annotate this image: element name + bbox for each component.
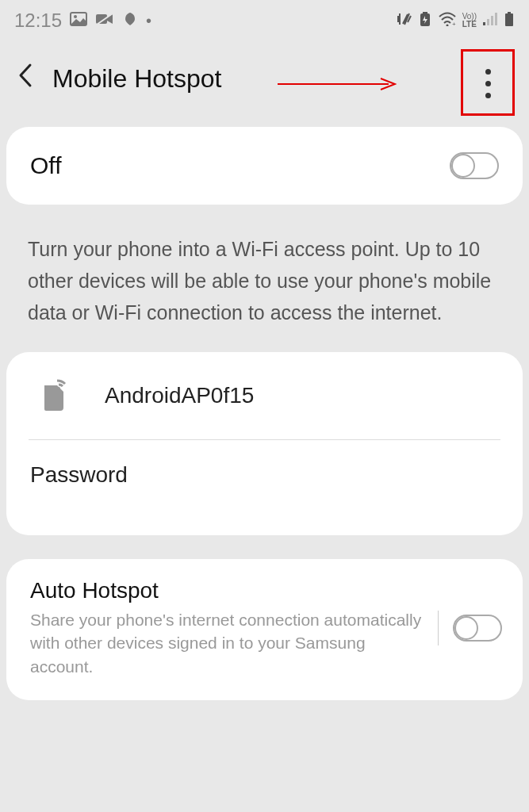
header: Mobile Hotspot bbox=[0, 38, 529, 127]
hotspot-state-label: Off bbox=[30, 152, 61, 179]
video-off-icon bbox=[95, 12, 114, 29]
volte-icon: Vo)) LTE bbox=[462, 13, 477, 29]
hotspot-description: Turn your phone into a Wi-Fi access poin… bbox=[0, 225, 529, 352]
battery-icon bbox=[504, 11, 515, 30]
image-icon bbox=[70, 12, 87, 29]
auto-hotspot-controls bbox=[438, 611, 502, 645]
hotspot-toggle-switch[interactable] bbox=[450, 152, 499, 179]
annotation-arrow bbox=[278, 76, 397, 92]
vertical-divider bbox=[438, 611, 439, 645]
hotspot-icon bbox=[38, 379, 71, 412]
more-dot-icon bbox=[485, 69, 491, 75]
svg-rect-13 bbox=[508, 12, 511, 14]
svg-point-6 bbox=[446, 25, 448, 27]
status-left: 12:15 • bbox=[14, 10, 151, 32]
wifi-icon: + bbox=[438, 12, 457, 29]
dot-icon: • bbox=[146, 12, 151, 30]
more-options-button[interactable] bbox=[469, 59, 507, 108]
svg-rect-9 bbox=[487, 19, 489, 25]
auto-hotspot-card: Auto Hotspot Share your phone's internet… bbox=[6, 559, 523, 700]
switch-knob-icon bbox=[454, 616, 478, 640]
svg-rect-5 bbox=[423, 12, 427, 14]
hotspot-toggle-card: Off bbox=[6, 127, 523, 205]
auto-hotspot-toggle-switch[interactable] bbox=[453, 615, 502, 642]
svg-rect-12 bbox=[505, 13, 513, 26]
auto-hotspot-title: Auto Hotspot bbox=[30, 578, 430, 603]
ssid-name: AndroidAP0f15 bbox=[105, 383, 254, 408]
vibrate-icon bbox=[397, 11, 412, 30]
notifications-icon bbox=[122, 11, 138, 30]
status-right: + Vo)) LTE bbox=[397, 11, 515, 30]
signal-icon bbox=[482, 13, 498, 29]
back-button[interactable] bbox=[17, 62, 33, 95]
password-row[interactable]: Password bbox=[6, 440, 523, 535]
auto-hotspot-description: Share your phone's internet connection a… bbox=[30, 608, 430, 678]
svg-rect-8 bbox=[483, 22, 485, 25]
page-title: Mobile Hotspot bbox=[52, 64, 221, 94]
auto-hotspot-info[interactable]: Auto Hotspot Share your phone's internet… bbox=[30, 578, 430, 678]
status-bar: 12:15 • + Vo)) LTE bbox=[0, 0, 529, 38]
svg-rect-11 bbox=[495, 13, 497, 25]
svg-rect-10 bbox=[491, 16, 493, 25]
svg-point-1 bbox=[74, 15, 77, 18]
more-dot-icon bbox=[485, 93, 491, 98]
svg-point-15 bbox=[57, 387, 60, 390]
network-info-card: AndroidAP0f15 Password bbox=[6, 352, 523, 535]
switch-knob-icon bbox=[451, 154, 475, 178]
more-dot-icon bbox=[485, 81, 491, 86]
password-label: Password bbox=[30, 462, 128, 487]
ssid-row[interactable]: AndroidAP0f15 bbox=[6, 352, 523, 439]
status-time: 12:15 bbox=[14, 10, 62, 32]
battery-saving-icon bbox=[418, 11, 432, 30]
svg-text:+: + bbox=[452, 21, 456, 26]
